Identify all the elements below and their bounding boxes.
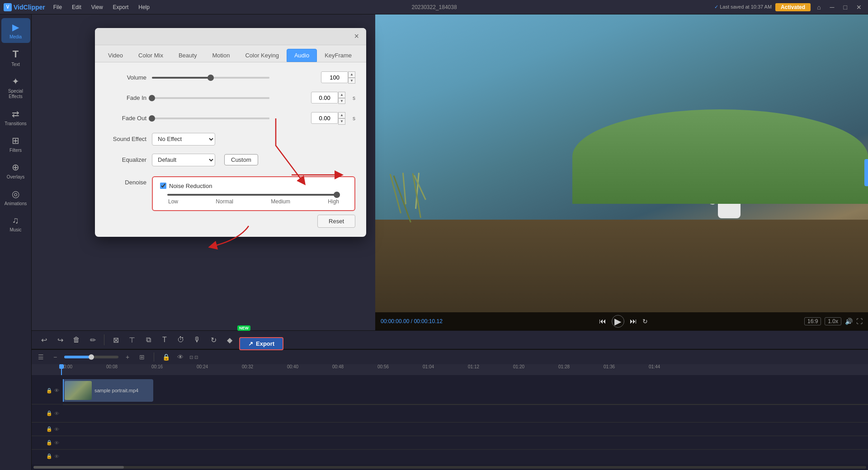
copy-button[interactable]: ⧉ <box>142 333 155 347</box>
fade-out-thumb[interactable] <box>149 115 155 122</box>
fullscreen-icon[interactable]: ⛶ <box>856 318 863 325</box>
track-eye-icon[interactable]: 👁 <box>54 388 59 393</box>
fade-out-spin: ▲ ▼ <box>338 112 345 124</box>
sidebar-item-special-effects[interactable]: ✦ Special Effects <box>1 72 30 103</box>
fade-in-up[interactable]: ▲ <box>338 92 345 98</box>
keyframe-button[interactable]: ◆ <box>223 333 236 347</box>
timeline-zoom-slider[interactable] <box>64 356 118 358</box>
tab-color-keying[interactable]: Color Keying <box>237 49 286 62</box>
timeline-zoom-out[interactable]: − <box>50 352 61 362</box>
timeline-zoom-thumb[interactable] <box>89 354 94 360</box>
filters-icon: ⊞ <box>12 135 19 146</box>
volume-thumb[interactable] <box>208 75 214 81</box>
track-2-eye[interactable]: 👁 <box>54 411 59 416</box>
sidebar-item-animations[interactable]: ◎ Animations <box>1 185 30 210</box>
speed-button[interactable]: ⏱ <box>174 333 188 347</box>
custom-button[interactable]: Custom <box>224 154 258 165</box>
close-button[interactable]: ✕ <box>854 4 864 11</box>
track-4-eye[interactable]: 👁 <box>54 440 59 446</box>
sidebar-item-overlays[interactable]: ⊕ Overlays <box>1 158 30 183</box>
fade-in-down[interactable]: ▼ <box>338 98 345 104</box>
timeline-lock-button[interactable]: 🔒 <box>160 352 171 362</box>
fade-out-input[interactable]: 0.00 <box>311 112 338 124</box>
text-overlay-button[interactable]: T <box>158 333 171 347</box>
loop-button[interactable]: ↻ <box>642 318 648 325</box>
play-button[interactable]: ▶ <box>612 315 624 328</box>
denoise-thumb[interactable] <box>334 192 340 198</box>
reset-button[interactable]: Reset <box>317 215 355 228</box>
volume-up[interactable]: ▲ <box>348 71 355 78</box>
sidebar-item-filters[interactable]: ⊞ Filters <box>1 132 30 156</box>
menu-export[interactable]: Export <box>108 3 133 11</box>
menu-file[interactable]: File <box>49 3 66 11</box>
tab-keyframe[interactable]: KeyFrame <box>317 49 359 62</box>
modal-close-button[interactable]: × <box>354 32 359 41</box>
crop-button[interactable]: ⊠ <box>109 333 123 347</box>
volume-slider[interactable] <box>152 77 269 79</box>
tab-audio[interactable]: Audio <box>287 49 317 62</box>
track-3-lock[interactable]: 🔒 <box>46 426 52 432</box>
timeline-fit[interactable]: ⊞ <box>137 352 147 362</box>
audio-button[interactable]: 🎙 <box>190 333 204 347</box>
volume-icon[interactable]: 🔊 <box>845 318 853 325</box>
fade-out-up[interactable]: ▲ <box>338 112 345 118</box>
tab-color-mix[interactable]: Color Mix <box>131 49 171 62</box>
tab-video[interactable]: Video <box>100 49 131 62</box>
track-5-eye[interactable]: 👁 <box>54 454 59 459</box>
fade-in-label: Fade In <box>106 94 146 101</box>
timeline-menu-button[interactable]: ☰ <box>35 352 46 362</box>
timeline-ruler: 00:00 00:08 00:16 00:24 00:32 00:40 00:4… <box>32 364 868 375</box>
redo-button[interactable]: ↪ <box>53 333 67 347</box>
sidebar-item-music[interactable]: ♫ Music <box>1 212 30 236</box>
track-5-label: 🔒 👁 <box>32 453 61 459</box>
scroll-thumb[interactable] <box>33 466 124 469</box>
fade-in-thumb[interactable] <box>149 95 155 101</box>
menu-view[interactable]: View <box>87 3 108 11</box>
equalizer-select[interactable]: Default Custom Pop <box>152 154 215 166</box>
sidebar-item-text[interactable]: T Text <box>1 45 30 70</box>
sound-effect-select[interactable]: No Effect Echo Reverb <box>152 133 215 146</box>
special-effects-icon: ✦ <box>12 76 19 87</box>
track-row-2: 🔒 👁 <box>32 404 868 422</box>
video-clip[interactable]: sample portrait.mp4 <box>63 379 153 402</box>
track-3-eye[interactable]: 👁 <box>54 427 59 432</box>
menu-help[interactable]: Help <box>134 3 154 11</box>
titlebar-left: V VidClipper File Edit View Export Help <box>4 3 154 11</box>
home-icon[interactable]: ⌂ <box>814 4 823 11</box>
timeline-eye-button[interactable]: 👁 <box>175 352 186 362</box>
export-label: Export <box>256 340 274 347</box>
menu-edit[interactable]: Edit <box>67 3 86 11</box>
fade-out-slider[interactable] <box>152 118 269 119</box>
export-button[interactable]: ↗ Export <box>239 337 283 350</box>
volume-down[interactable]: ▼ <box>348 78 355 84</box>
skip-back-button[interactable]: ⏮ <box>599 317 606 325</box>
minimize-button[interactable]: ─ <box>827 4 837 11</box>
scroll-track[interactable] <box>33 466 866 469</box>
sidebar-item-media[interactable]: ▶ Media <box>1 18 30 43</box>
tab-beauty[interactable]: Beauty <box>171 49 204 62</box>
tab-motion[interactable]: Motion <box>204 49 237 62</box>
noise-reduction-checkbox[interactable] <box>160 183 166 189</box>
timeline-zoom-in[interactable]: + <box>122 352 133 362</box>
denoise-normal: Normal <box>216 198 233 205</box>
delete-button[interactable]: 🗑 <box>70 333 83 347</box>
denoise-slider[interactable] <box>167 194 340 196</box>
activated-button[interactable]: Activated <box>775 3 811 11</box>
fade-in-slider[interactable] <box>152 97 269 99</box>
split-button[interactable]: ⊤ <box>125 333 139 347</box>
undo-button[interactable]: ↩ <box>37 333 51 347</box>
skip-forward-button[interactable]: ⏭ <box>630 317 637 325</box>
fade-out-down[interactable]: ▼ <box>338 118 345 125</box>
sidebar-item-transitions[interactable]: ⇄ Transitions <box>1 105 30 130</box>
timeline-header: ☰ − + ⊞ 🔒 👁 ⊡ ⊡ <box>32 350 868 364</box>
edit-button[interactable]: ✏ <box>86 333 99 347</box>
maximize-button[interactable]: □ <box>841 4 850 11</box>
track-lock-icon[interactable]: 🔒 <box>46 388 52 394</box>
sidebar: ▶ Media T Text ✦ Special Effects ⇄ Trans… <box>0 14 32 470</box>
track-5-lock[interactable]: 🔒 <box>46 453 52 459</box>
track-4-lock[interactable]: 🔒 <box>46 440 52 446</box>
rotate-button[interactable]: ↻ <box>207 333 220 347</box>
track-2-lock[interactable]: 🔒 <box>46 410 52 416</box>
volume-input[interactable]: 100 <box>321 71 348 83</box>
fade-in-input[interactable]: 0.00 <box>311 92 338 103</box>
